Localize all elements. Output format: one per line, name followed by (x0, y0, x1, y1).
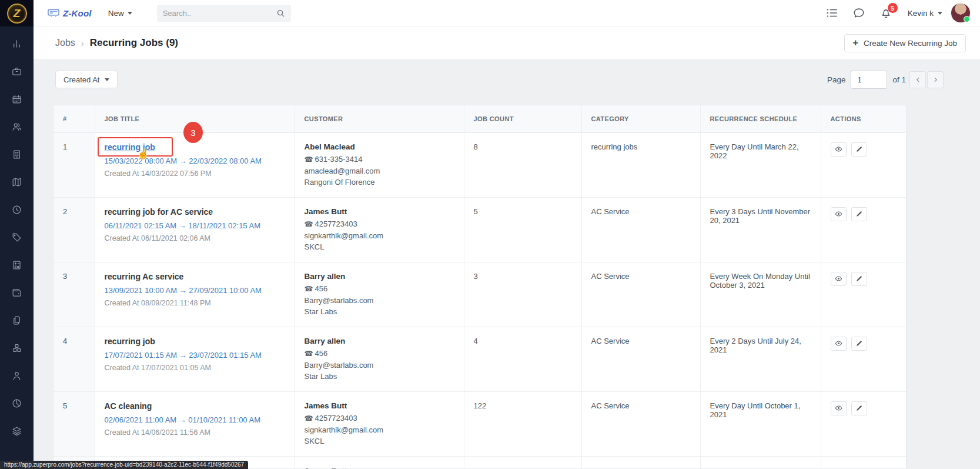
calendar-icon (11, 94, 22, 105)
job-date-range: 17/07/2021 01:15 AM → 23/07/2021 01:15 A… (105, 351, 285, 360)
row-index: 5 (53, 391, 95, 456)
breadcrumb: Jobs › Recurring Jobs (9) (55, 37, 178, 49)
view-job-button[interactable] (831, 337, 847, 351)
pencil-icon (855, 210, 863, 218)
phone-icon: ☎ (305, 220, 313, 228)
sidebar-item-settings[interactable] (0, 417, 34, 445)
z-logo-icon: Z (7, 4, 27, 24)
pencil-icon (855, 340, 863, 347)
job-category: AC Service (581, 391, 700, 456)
customer-name: James Butt (305, 466, 454, 469)
customer-name: Barry allen (305, 337, 454, 345)
app-logo[interactable]: Z (0, 0, 34, 26)
sidebar-item-pricing[interactable] (0, 224, 34, 251)
customer-phone: 456 (315, 284, 327, 293)
sidebar-item-calendar[interactable] (0, 85, 34, 113)
recurrence-schedule: Every 3 Days Until November 20, 2021 (700, 197, 821, 262)
chat-icon[interactable] (852, 6, 865, 19)
edit-job-button[interactable] (851, 272, 867, 286)
view-job-button[interactable] (831, 142, 847, 157)
app-sidebar: Z (0, 0, 34, 469)
job-title-link[interactable]: recurring job (105, 142, 155, 152)
sidebar-item-map[interactable] (0, 168, 34, 196)
edit-job-button[interactable] (851, 337, 867, 351)
customer-phone: 4257723403 (315, 414, 357, 423)
col-header-customer: CUSTOMER (295, 105, 464, 132)
activity-list-icon[interactable] (825, 6, 838, 19)
job-category: AC Service (581, 197, 700, 262)
sidebar-item-documents[interactable] (0, 307, 34, 334)
view-job-button[interactable] (831, 401, 847, 415)
view-job-button[interactable] (831, 207, 847, 221)
sidebar-item-jobs[interactable] (0, 58, 34, 85)
job-title[interactable]: recurring job for AC service (105, 207, 285, 217)
layers-icon (11, 425, 22, 437)
bar-chart-icon (11, 38, 22, 49)
sidebar-item-properties[interactable] (0, 141, 34, 168)
brand[interactable]: Z-Kool (48, 8, 92, 18)
sidebar-item-users[interactable] (0, 362, 34, 390)
table-row: 4 recurring job 17/07/2021 01:15 AM → 23… (53, 327, 907, 391)
breadcrumb-separator: › (81, 38, 84, 48)
parts-icon (11, 342, 22, 354)
tag-icon (11, 232, 22, 243)
table-row: 2 recurring job for AC service 06/11/202… (53, 197, 907, 262)
job-category: recurring jobs (581, 132, 700, 197)
sidebar-item-team[interactable] (0, 113, 34, 141)
job-date-range: 06/11/2021 02:15 AM → 18/11/2021 02:15 A… (105, 221, 285, 230)
page-number-input[interactable] (851, 71, 887, 89)
edit-job-button[interactable] (851, 142, 867, 157)
recurrence-schedule: Every Day Until March 22, 2022 (700, 132, 821, 197)
customer-name: James Butt (305, 207, 454, 216)
page-total: of 1 (892, 75, 906, 84)
user-menu[interactable]: Kevin k (908, 9, 942, 18)
pagination: Page of 1 (827, 71, 906, 89)
created-at-filter[interactable]: Created At (55, 71, 118, 88)
customer-email: signkarthik@gmail.com (305, 424, 454, 435)
job-count: 8 (464, 132, 581, 197)
next-page-button[interactable] (927, 71, 944, 88)
link-preview-statusbar: https://app.zuperpro.com/jobs?recurrence… (0, 461, 248, 469)
sidebar-item-estimates[interactable] (0, 251, 34, 279)
customer-company: SKCL (305, 241, 454, 252)
col-header-job-count: JOB COUNT (464, 105, 581, 132)
avatar[interactable] (951, 3, 971, 23)
prev-page-button[interactable] (909, 71, 926, 88)
col-header-num: # (53, 105, 95, 132)
sidebar-item-timesheet[interactable] (0, 196, 34, 224)
search-icon[interactable] (276, 9, 285, 18)
search-input[interactable] (163, 9, 276, 18)
job-title[interactable]: recurring job (105, 337, 285, 346)
job-title[interactable]: AC cleaning (105, 401, 285, 411)
notification-badge: 5 (888, 3, 898, 13)
sidebar-item-invoices[interactable] (0, 279, 34, 307)
sidebar-item-parts[interactable] (0, 334, 34, 362)
edit-job-button[interactable] (851, 401, 867, 415)
sidebar-item-dashboard[interactable] (0, 30, 34, 58)
recurrence-schedule: Every Week On Monday Until October 3, 20… (700, 262, 821, 327)
job-count: 122 (464, 391, 581, 456)
chevron-right-icon (932, 76, 939, 83)
search-box (157, 5, 291, 22)
page-header: Jobs › Recurring Jobs (9) + Create New R… (34, 26, 980, 60)
customer-email: amaclead@gmail.com (305, 165, 454, 177)
breadcrumb-jobs[interactable]: Jobs (55, 38, 75, 48)
recurring-jobs-table-card: # JOB TITLE CUSTOMER JOB COUNT CATEGORY … (53, 105, 907, 469)
sidebar-item-reports[interactable] (0, 390, 34, 417)
col-header-category: CATEGORY (581, 105, 700, 132)
job-created-at: Created At 06/11/2021 02:06 AM (105, 234, 285, 242)
chevron-left-icon (915, 76, 921, 83)
customer-name: James Butt (305, 401, 454, 410)
job-created-at: Created At 14/06/2021 11:56 AM (105, 428, 285, 437)
edit-job-button[interactable] (851, 207, 867, 221)
create-new-recurring-job-button[interactable]: + Create New Recurring Job (844, 34, 966, 52)
chevron-down-icon (938, 12, 942, 15)
new-dropdown[interactable]: New (108, 9, 132, 18)
phone-icon: ☎ (305, 155, 313, 164)
view-job-button[interactable] (831, 272, 847, 286)
job-created-at: Created At 17/07/2021 01:05 AM (105, 364, 285, 372)
job-count: 5 (464, 197, 581, 262)
job-title[interactable]: recurring Ac service (105, 272, 285, 281)
notifications-bell-icon[interactable]: 5 (879, 6, 892, 19)
phone-icon: ☎ (305, 414, 313, 423)
